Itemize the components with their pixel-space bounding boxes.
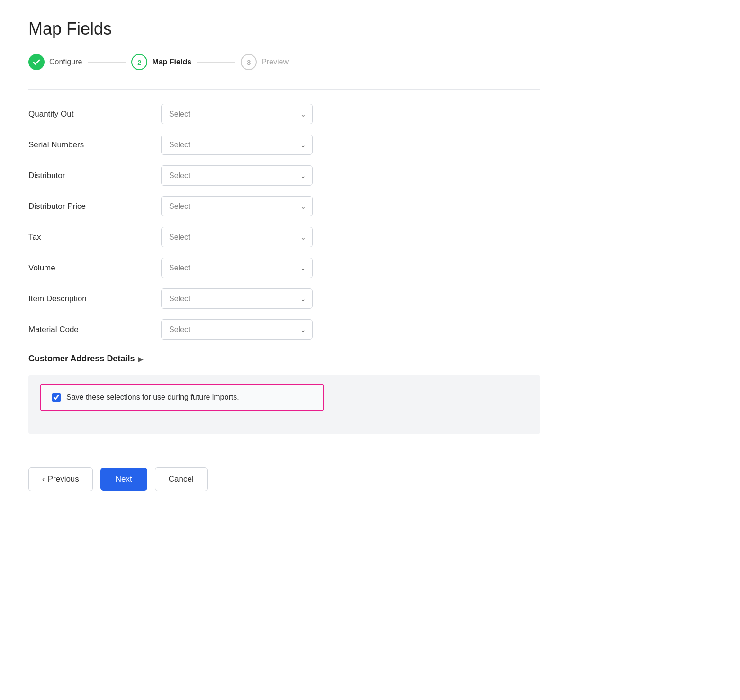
step-configure: Configure [28,54,82,70]
select-item-description[interactable]: Select [161,288,313,309]
field-row-item-description: Item Description Select ⌄ [28,288,540,309]
step-circle-preview: 3 [241,54,257,70]
field-row-distributor: Distributor Select ⌄ [28,165,540,186]
field-row-tax: Tax Select ⌄ [28,227,540,247]
field-select-volume[interactable]: Select ⌄ [161,258,313,278]
expand-arrow-icon: ▶ [138,355,144,363]
select-distributor[interactable]: Select [161,165,313,186]
fields-section: Quantity Out Select ⌄ Serial Numbers Sel… [28,104,540,340]
field-label-quantity-out: Quantity Out [28,109,161,119]
next-button[interactable]: Next [100,468,147,491]
select-serial-numbers[interactable]: Select [161,135,313,155]
step-connector-1 [88,62,126,63]
customer-address-section[interactable]: Customer Address Details ▶ [28,354,540,364]
save-selections-box: Save these selections for use during fut… [40,384,324,411]
select-volume[interactable]: Select [161,258,313,278]
field-row-material-code: Material Code Select ⌄ [28,319,540,340]
top-divider [28,89,540,90]
previous-button[interactable]: ‹ Previous [28,467,93,491]
save-selections-label: Save these selections for use during fut… [66,393,239,402]
select-tax[interactable]: Select [161,227,313,247]
step-map-fields: 2 Map Fields [131,54,191,70]
field-label-material-code: Material Code [28,325,161,334]
field-select-distributor[interactable]: Select ⌄ [161,165,313,186]
step-preview: 3 Preview [241,54,289,70]
select-quantity-out[interactable]: Select [161,104,313,124]
field-select-material-code[interactable]: Select ⌄ [161,319,313,340]
select-distributor-price[interactable]: Select [161,196,313,216]
field-select-distributor-price[interactable]: Select ⌄ [161,196,313,216]
field-select-serial-numbers[interactable]: Select ⌄ [161,135,313,155]
page-title: Map Fields [28,19,540,39]
save-selections-checkbox[interactable] [52,393,61,402]
footer-buttons: ‹ Previous Next Cancel [28,467,540,491]
field-row-volume: Volume Select ⌄ [28,258,540,278]
field-label-distributor-price: Distributor Price [28,202,161,211]
field-label-distributor: Distributor [28,171,161,180]
field-row-serial-numbers: Serial Numbers Select ⌄ [28,135,540,155]
field-label-tax: Tax [28,233,161,242]
step-circle-map-fields: 2 [131,54,147,70]
select-material-code[interactable]: Select [161,319,313,340]
field-row-distributor-price: Distributor Price Select ⌄ [28,196,540,216]
field-label-serial-numbers: Serial Numbers [28,140,161,150]
step-label-map-fields: Map Fields [152,58,191,66]
previous-label: Previous [48,475,79,484]
field-label-volume: Volume [28,263,161,273]
save-area: Save these selections for use during fut… [28,375,540,434]
step-label-configure: Configure [49,58,82,66]
step-connector-2 [197,62,235,63]
field-select-quantity-out[interactable]: Select ⌄ [161,104,313,124]
field-select-tax[interactable]: Select ⌄ [161,227,313,247]
field-label-item-description: Item Description [28,294,161,304]
step-circle-configure [28,54,45,70]
stepper: Configure 2 Map Fields 3 Preview [28,54,540,70]
cancel-button[interactable]: Cancel [155,467,208,491]
bottom-divider [28,453,540,453]
step-label-preview: Preview [262,58,289,66]
customer-address-title: Customer Address Details [28,354,135,364]
field-select-item-description[interactable]: Select ⌄ [161,288,313,309]
chevron-left-icon: ‹ [42,475,45,484]
field-row-quantity-out: Quantity Out Select ⌄ [28,104,540,124]
